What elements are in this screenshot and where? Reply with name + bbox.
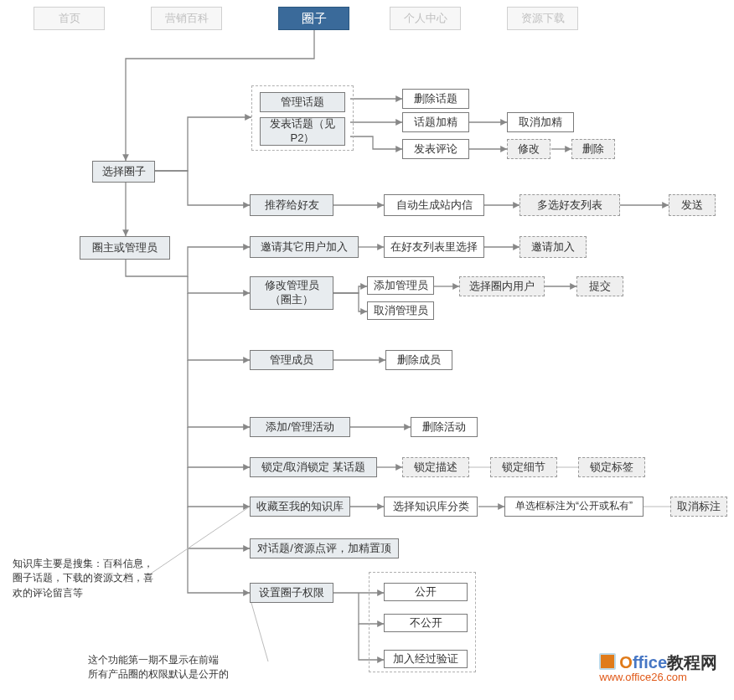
brand-logo: Office教程网 www.office26.com — [599, 653, 717, 683]
kb-mark: 单选框标注为“公开或私有” — [504, 497, 644, 517]
delete-topic: 删除话题 — [402, 89, 469, 109]
manage-activity: 添加/管理活动 — [250, 417, 350, 437]
kb-collect: 收藏至我的知识库 — [250, 497, 350, 517]
nav-home[interactable]: 首页 — [34, 7, 105, 30]
multi-select-friend: 多选好友列表 — [519, 194, 620, 216]
lock-detail: 锁定细节 — [490, 457, 557, 477]
remove-admin: 取消管理员 — [367, 301, 434, 320]
select-circle: 选择圈子 — [92, 161, 155, 183]
send: 发送 — [669, 194, 716, 216]
kb-category: 选择知识库分类 — [384, 497, 478, 517]
perm-private: 不公开 — [384, 614, 468, 632]
manage-member: 管理成员 — [250, 350, 333, 370]
perm-verified: 加入经过验证 — [384, 650, 468, 668]
lock-unlock: 锁定/取消锁定 某话题 — [250, 457, 377, 477]
nav-circle[interactable]: 圈子 — [278, 7, 349, 30]
post-topic: 发表话题（见P2） — [260, 117, 345, 146]
delete-activity: 删除活动 — [411, 417, 478, 437]
modify-admin: 修改管理员（圈主） — [250, 276, 333, 310]
select-user: 选择圈内用户 — [459, 276, 545, 296]
add-admin: 添加管理员 — [367, 276, 434, 295]
kb-unmark: 取消标注 — [670, 497, 727, 517]
edit-comment: 修改 — [507, 139, 550, 159]
review-action: 对话题/资源点评，加精置顶 — [250, 538, 399, 558]
submit: 提交 — [576, 276, 623, 296]
invite-user: 邀请其它用户加入 — [250, 236, 359, 258]
note-perm: 这个功能第一期不显示在前端 所有产品圈的权限默认是公开的 — [88, 653, 272, 682]
choose-friend: 在好友列表里选择 — [384, 236, 484, 258]
highlight-topic: 话题加精 — [402, 112, 469, 132]
recommend-friend: 推荐给好友 — [250, 194, 333, 216]
unhighlight-topic: 取消加精 — [507, 112, 574, 132]
auto-msg: 自动生成站内信 — [384, 194, 484, 216]
post-comment: 发表评论 — [402, 139, 469, 159]
owner-admin: 圈主或管理员 — [80, 236, 170, 260]
delete-comment: 删除 — [571, 139, 615, 159]
nav-wiki[interactable]: 营销百科 — [151, 7, 222, 30]
delete-member: 删除成员 — [385, 350, 452, 370]
manage-topic: 管理话题 — [260, 92, 345, 112]
note-kb: 知识库主要是搜集：百科信息，圈子话题，下载的资源文档，喜欢的评论留言等 — [13, 557, 159, 600]
lock-desc: 锁定描述 — [402, 457, 469, 477]
nav-profile[interactable]: 个人中心 — [390, 7, 461, 30]
invite-join: 邀请加入 — [519, 236, 587, 258]
nav-download[interactable]: 资源下载 — [507, 7, 578, 30]
perm-public: 公开 — [384, 583, 468, 601]
perm-set: 设置圈子权限 — [250, 583, 333, 603]
lock-tag: 锁定标签 — [578, 457, 645, 477]
